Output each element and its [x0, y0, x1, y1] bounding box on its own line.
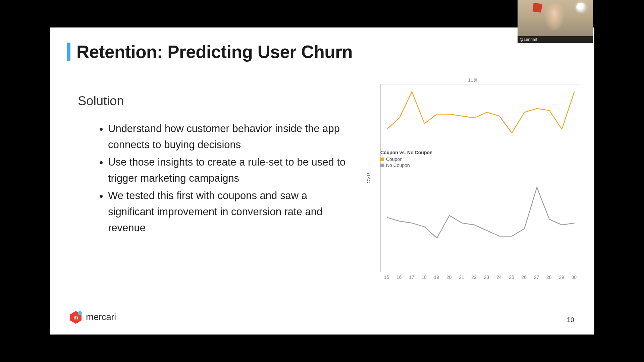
- chart-x-tick: 21: [455, 275, 468, 280]
- slide: Retention: Predicting User Churn Solutio…: [50, 27, 594, 335]
- chart-x-tick: 24: [493, 275, 505, 280]
- chart-x-tick: 19: [430, 275, 443, 280]
- chart-x-tick: 15: [380, 275, 393, 280]
- bullet-item: We tested this first with coupons and sa…: [108, 188, 348, 236]
- chart-x-tick: 27: [530, 275, 543, 280]
- chart-x-tick: 29: [555, 275, 568, 280]
- chart-x-tick: 18: [418, 275, 430, 280]
- brand-logo: m mercari: [69, 310, 116, 324]
- svg-text:m: m: [73, 315, 78, 320]
- title-row: Retention: Predicting User Churn: [67, 42, 353, 62]
- chart-svg: [381, 84, 581, 272]
- chart-legend: Coupon vs. No Coupon Coupon No Coupon: [380, 150, 433, 168]
- chart-x-tick: 20: [443, 275, 455, 280]
- webcam-overlay: @Lennart: [518, 0, 593, 43]
- mercari-logo-icon: m: [69, 310, 83, 324]
- chart-x-tick: 22: [468, 275, 480, 280]
- chart-series-no-coupon: [387, 187, 575, 238]
- chart-legend-title: Coupon vs. No Coupon: [380, 150, 433, 155]
- bullet-item: Use those insights to create a rule-set …: [108, 154, 348, 186]
- title-accent-bar: [67, 43, 70, 61]
- chart-month-header: 11月: [366, 77, 580, 83]
- bullet-item: Understand how customer behavior inside …: [108, 121, 348, 153]
- bullet-list: Understand how customer behavior inside …: [93, 121, 348, 237]
- webcam-name-badge: @Lennart: [518, 36, 593, 43]
- chart-x-tick: 28: [543, 275, 555, 280]
- chart-x-tick: 17: [406, 275, 418, 280]
- brand-logo-text: mercari: [86, 312, 116, 322]
- chart-x-tick: 30: [568, 275, 580, 280]
- legend-swatch-coupon-icon: [380, 158, 384, 161]
- chart-x-tick: 26: [518, 275, 530, 280]
- chart-y-axis-label: CVR: [366, 173, 371, 184]
- legend-swatch-no-coupon-icon: [380, 164, 384, 167]
- webcam-bg-object-icon: [532, 3, 542, 12]
- legend-item-no-coupon: No Coupon: [380, 163, 433, 168]
- chart-x-tick: 16: [393, 275, 405, 280]
- chart-container: 11月 CVR Coupon vs. No Coupon Coupon No C…: [366, 79, 580, 284]
- chart-series-coupon: [387, 92, 575, 133]
- legend-label-no-coupon: No Coupon: [386, 163, 410, 168]
- section-heading: Solution: [78, 94, 124, 108]
- webcam-lamp-icon: [576, 3, 586, 12]
- legend-item-coupon: Coupon: [380, 157, 433, 162]
- chart-plot-area: CVR: [380, 84, 580, 272]
- legend-label-coupon: Coupon: [386, 157, 402, 162]
- svg-point-1: [78, 311, 82, 315]
- chart-x-tick: 23: [480, 275, 493, 280]
- slide-title: Retention: Predicting User Churn: [76, 42, 353, 62]
- chart-x-tick: 25: [505, 275, 518, 280]
- page-number: 10: [567, 316, 574, 324]
- chart-x-ticks: 15161718192021222324252627282930: [380, 275, 580, 280]
